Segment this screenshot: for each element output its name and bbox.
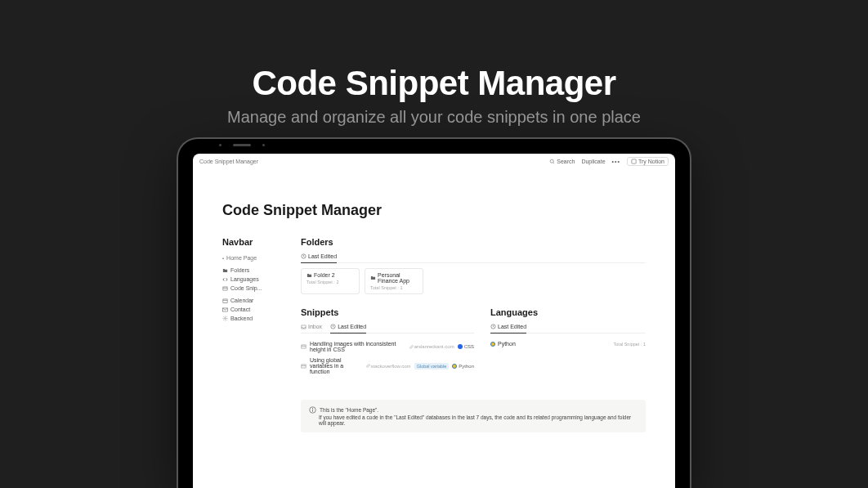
notion-icon [631, 159, 637, 164]
nav-backend-label: Backend [230, 316, 253, 321]
languages-tabs: Last Edited [490, 324, 646, 334]
snippets-title: Snippets [301, 307, 474, 317]
gear-icon [222, 316, 228, 321]
more-button[interactable]: ••• [612, 159, 620, 164]
clock-icon [490, 324, 496, 329]
search-button[interactable]: Search [549, 159, 575, 164]
snippet-row[interactable]: Handling images with inconsistent height… [301, 338, 474, 355]
tablet-screen: Code Snippet Manager Search Duplicate ••… [193, 154, 675, 488]
folder-name-label: Folder 2 [314, 272, 335, 278]
nav-folders-label: Folders [230, 267, 249, 273]
link-icon [409, 345, 414, 349]
svg-rect-11 [302, 345, 306, 348]
snippet-icon [301, 344, 306, 349]
folders-title: Folders [301, 237, 646, 247]
languages-tab-label: Last Edited [498, 324, 526, 329]
mail-icon [222, 307, 228, 312]
snippets-tab-inbox-label: Inbox [308, 324, 322, 329]
folder-icon [370, 275, 376, 280]
folder-icon [222, 268, 228, 273]
snippet-source: arslanreckant.com [409, 344, 454, 349]
nav-backend[interactable]: Backend [222, 316, 281, 321]
folders-tab-label: Last Edited [308, 253, 337, 259]
topbar: Code Snippet Manager Search Duplicate ••… [193, 154, 675, 169]
duplicate-button[interactable]: Duplicate [581, 159, 605, 164]
folders-tab-last-edited[interactable]: Last Edited [301, 253, 337, 263]
svg-point-0 [550, 159, 553, 163]
nav-folders[interactable]: Folders [222, 267, 281, 273]
info-callout: This is the "Home Page". If you have edi… [301, 400, 646, 432]
snippet-row[interactable]: Using global variables in a function sta… [301, 355, 474, 377]
languages-title: Languages [490, 307, 646, 317]
snippets-tab-last-edited-label: Last Edited [338, 324, 366, 329]
main-content: Folders Last Edited [301, 237, 646, 432]
snippet-icon [222, 286, 228, 291]
snippets-tab-last-edited[interactable]: Last Edited [330, 324, 366, 334]
svg-rect-18 [312, 410, 313, 412]
nav-calendar[interactable]: Calendar [222, 298, 281, 303]
nav-languages-label: Languages [230, 276, 259, 282]
search-icon [549, 159, 555, 164]
info-text-1: This is the "Home Page". [320, 407, 378, 413]
snippet-source: stackoverflow.com [366, 364, 411, 369]
clock-icon [301, 253, 306, 259]
folders-tabs: Last Edited [301, 253, 646, 263]
snippet-tag: Global variable [414, 363, 450, 369]
nav-calendar-label: Calendar [230, 298, 253, 303]
languages-section: Languages Last Edited [490, 307, 646, 377]
tablet-frame: Code Snippet Manager Search Duplicate ••… [178, 139, 690, 488]
folder-card[interactable]: Folder 2 Total Snippet : 2 [301, 268, 360, 294]
snippets-section: Snippets Inbox [301, 307, 474, 377]
svg-rect-3 [223, 286, 227, 289]
css-lang-icon [458, 344, 463, 349]
bullet-icon: • [222, 256, 224, 261]
svg-rect-13 [302, 364, 306, 367]
python-lang-icon [452, 364, 457, 369]
snippets-tabs: Inbox Last Edited [301, 324, 474, 334]
snippet-icon [301, 364, 306, 369]
link-icon [366, 364, 370, 368]
nav-contact-label: Contact [230, 307, 250, 312]
nav-languages[interactable]: Languages [222, 276, 281, 282]
svg-point-17 [312, 408, 313, 409]
try-notion-label: Try Notion [638, 159, 664, 164]
python-lang-icon [490, 342, 495, 347]
breadcrumb[interactable]: Code Snippet Manager [199, 159, 258, 164]
info-text-2: If you have edited a code in the "Last E… [319, 414, 638, 426]
language-row[interactable]: Python Total Snippet : 1 [490, 338, 646, 349]
search-label: Search [557, 159, 575, 164]
folder-card[interactable]: Personal Finance App Total Snippet : 1 [365, 268, 423, 294]
folder-name-label: Personal Finance App [378, 272, 418, 284]
snippets-tab-inbox[interactable]: Inbox [301, 324, 322, 333]
language-name: Python [498, 341, 516, 347]
nav-code-snippets-label: Code Snip... [230, 285, 262, 291]
nav-contact[interactable]: Contact [222, 307, 281, 312]
hero-title: Code Snippet Manager [0, 64, 868, 103]
folder-meta: Total Snippet : 2 [306, 280, 354, 284]
navbar-title: Navbar [222, 237, 281, 247]
nav-home-label: Home Page [226, 255, 257, 261]
languages-tab-last-edited[interactable]: Last Edited [490, 324, 526, 334]
navbar: Navbar • Home Page Folders [222, 237, 281, 432]
try-notion-button[interactable]: Try Notion [627, 157, 669, 166]
nav-home[interactable]: • Home Page [222, 255, 281, 261]
tablet-camera-notch [219, 144, 265, 146]
svg-point-8 [225, 318, 226, 320]
snippet-title: Handling images with inconsistent height… [310, 341, 406, 352]
info-icon [309, 406, 316, 414]
svg-line-1 [553, 163, 554, 163]
svg-rect-5 [223, 298, 227, 302]
folder-meta: Total Snippet : 1 [370, 285, 418, 290]
svg-rect-2 [632, 159, 636, 163]
clock-icon [330, 324, 336, 329]
code-icon [222, 277, 228, 282]
language-meta: Total Snippet : 1 [614, 342, 646, 347]
inbox-icon [301, 325, 306, 329]
folder-icon [306, 273, 312, 278]
nav-code-snippets[interactable]: Code Snip... [222, 285, 281, 291]
folders-section: Folders Last Edited [301, 237, 646, 294]
hero-subtitle: Manage and organize all your code snippe… [0, 108, 868, 127]
snippet-lang: CSS [458, 344, 474, 349]
snippet-lang: Python [452, 364, 474, 369]
snippet-title: Using global variables in a function [310, 357, 363, 374]
